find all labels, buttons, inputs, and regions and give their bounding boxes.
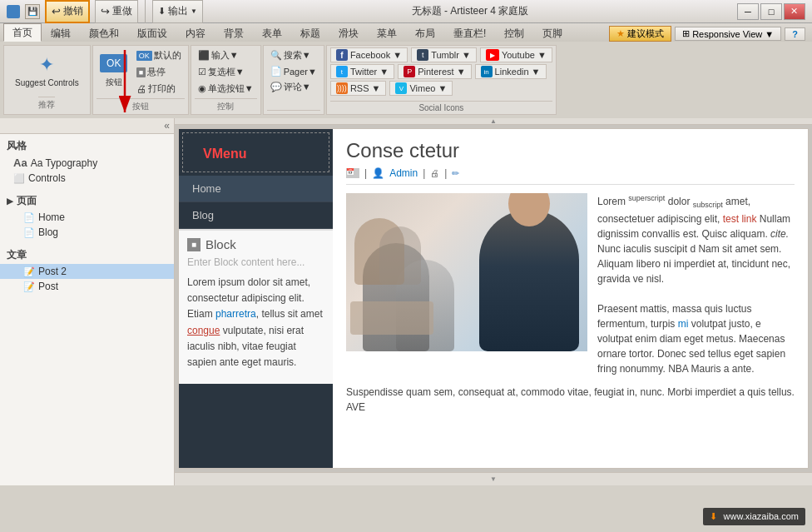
social-icons-group: f Facebook ▼ t Tumblr ▼ ▶ Youtube ▼ t	[326, 45, 557, 115]
tab-footer[interactable]: 页脚	[533, 25, 572, 42]
tab-color[interactable]: 颜色和	[80, 25, 128, 42]
undo-button[interactable]: ↩ 撤销	[45, 0, 90, 23]
article-meta: 📅 | 👤 Admin | 🖨 | ✏	[346, 167, 795, 185]
search-group: 🔍 搜索▼ 📄 Pager▼ 💬 评论▼	[263, 45, 324, 115]
article-content-row: Lorem superscript dolor subscript amet, …	[346, 193, 795, 376]
tab-vertical[interactable]: 垂直栏!	[444, 25, 495, 42]
main-area: « 风格 Aa Aa Typography ⬜ Controls ▶ 页面	[0, 118, 812, 485]
output-button[interactable]: ⬇ 输出 ▼	[152, 0, 203, 23]
tab-menu[interactable]: 菜单	[368, 25, 406, 42]
superscript-text: superscript	[628, 194, 665, 202]
tab-layout2[interactable]: 布局	[406, 25, 444, 42]
facebook-button[interactable]: f Facebook ▼	[330, 47, 408, 62]
posts-section-title: 文章	[0, 246, 174, 264]
twitter-button[interactable]: t Twitter ▼	[330, 64, 394, 79]
redo-button[interactable]: ↪ 重做	[95, 0, 138, 23]
tab-layout[interactable]: 版面设	[128, 25, 176, 42]
responsive-icon: ⊞	[682, 28, 690, 39]
down-scroll-icon: ▼	[490, 475, 497, 483]
print-button[interactable]: 🖨 打印的	[133, 81, 185, 97]
maximize-button[interactable]: □	[760, 3, 782, 20]
mi-link[interactable]: mi	[678, 318, 689, 330]
youtube-icon: ▶	[486, 49, 499, 61]
vmenu-header-area: VMenu	[182, 132, 329, 172]
block-pharma-link[interactable]: pharretra	[215, 308, 256, 320]
search-button[interactable]: 🔍 搜索▼	[267, 47, 320, 63]
pager-button[interactable]: 📄 Pager▼	[267, 64, 320, 78]
subscript-text: subscript	[693, 201, 723, 209]
tab-content[interactable]: 内容	[176, 25, 215, 42]
input-button[interactable]: ⬛ 输入▼	[195, 47, 257, 63]
website-preview: VMenu Home Blog ■	[178, 128, 809, 469]
rss-icon: ))))	[336, 82, 348, 94]
top-scroll[interactable]: ▲	[175, 118, 812, 125]
home-page-item[interactable]: 📄 Home	[0, 210, 174, 225]
controls-icon: ⬜	[13, 173, 25, 184]
comment-button[interactable]: 💬 评论▼	[267, 79, 320, 95]
ok-small-button[interactable]: OK 默认的	[133, 47, 185, 63]
tab-slider[interactable]: 滑块	[329, 25, 368, 42]
vmenu-area: VMenu Home Blog ■	[179, 129, 333, 468]
blog-page-item[interactable]: 📄 Blog	[0, 225, 174, 240]
suggest-mode-button[interactable]: ★ 建议模式	[609, 26, 671, 42]
suggest-controls-button[interactable]: ✦ Suggest Controls	[11, 49, 83, 90]
responsive-view-button[interactable]: ⊞ Responsive View ▼	[675, 27, 781, 41]
article-text: Lorem superscript dolor subscript amet, …	[597, 193, 795, 376]
bottom-scroll[interactable]: ▼	[175, 472, 812, 485]
default-btn-icon: ■	[136, 67, 146, 77]
tab-homepage[interactable]: 首页	[3, 23, 42, 42]
window-controls: ─ □ ✕	[737, 3, 805, 20]
article-paragraph2: Suspendisse quam sem, consequat at, comm…	[346, 385, 795, 415]
watermark-icon: ⬇	[710, 511, 717, 521]
checkbox-button[interactable]: ☑ 复选框▼	[195, 64, 257, 80]
rss-button[interactable]: )))) RSS ▼	[330, 81, 387, 96]
tab-title[interactable]: 标题	[291, 25, 329, 42]
suggest-icon: ✦	[39, 54, 54, 76]
radio-button[interactable]: ◉ 单选按钮▼	[195, 81, 257, 97]
collapse-button[interactable]: «	[161, 120, 172, 132]
typography-item[interactable]: Aa Aa Typography	[0, 155, 174, 171]
block-icon: ■	[187, 238, 201, 251]
default-btn-button[interactable]: ■ 悬停	[133, 64, 185, 80]
block-congue-link[interactable]: congue	[187, 325, 220, 336]
vimeo-button[interactable]: V Vimeo ▼	[389, 81, 453, 96]
linkedin-button[interactable]: in Linkedin ▼	[475, 64, 547, 79]
vmenu-home[interactable]: Home	[179, 176, 333, 202]
buttons-group: OK 按钮 OK 默认的 ■ 悬停 🖨 打印的	[92, 45, 189, 115]
test-link[interactable]: test link	[723, 213, 757, 225]
printer-icon: 🖨	[430, 168, 439, 178]
close-button[interactable]: ✕	[784, 3, 805, 20]
post-item[interactable]: 📝 Post	[0, 279, 174, 294]
typography-icon: Aa	[13, 157, 27, 169]
tab-form[interactable]: 表单	[253, 25, 291, 42]
help-button[interactable]: ?	[785, 27, 805, 41]
pages-section: ▶ 页面 📄 Home 📄 Blog	[0, 192, 174, 240]
minimize-button[interactable]: ─	[737, 3, 759, 20]
block-area: ■ Block Enter Block content here... Lore…	[179, 229, 333, 384]
youtube-button[interactable]: ▶ Youtube ▼	[480, 47, 552, 62]
preview-layout: VMenu Home Blog ■	[179, 129, 808, 468]
tab-background[interactable]: 背景	[215, 25, 253, 42]
tab-control[interactable]: 控制	[495, 25, 533, 42]
tumblr-button[interactable]: t Tumblr ▼	[411, 47, 477, 62]
input-group: ⬛ 输入▼ ☑ 复选框▼ ◉ 单选按钮▼ 控制	[191, 45, 261, 115]
article-area: Conse ctetur 📅 | 👤 Admin | 🖨 |	[333, 129, 808, 468]
expand-icon: ▶	[7, 196, 13, 206]
tab-edit[interactable]: 编辑	[42, 25, 80, 42]
post-icon: 📝	[23, 281, 35, 292]
quick-access-icons: 💾	[25, 4, 40, 19]
vmenu-blog[interactable]: Blog	[179, 202, 333, 229]
author-link[interactable]: Admin	[389, 167, 418, 179]
ok-large-button[interactable]: OK 按钮	[97, 47, 131, 91]
ok-icon: OK	[100, 54, 127, 72]
checkbox-icon: ☑	[198, 67, 206, 77]
block-paragraph: Lorem ipsum dolor sit amet, consectetur …	[187, 275, 324, 370]
cite-text: cite.	[770, 228, 789, 240]
redo-icon: ↪	[101, 5, 110, 17]
controls-item[interactable]: ⬜ Controls	[0, 171, 174, 186]
style-section: 风格 Aa Aa Typography ⬜ Controls	[0, 137, 174, 186]
pinterest-button[interactable]: P Pinterest ▼	[398, 64, 471, 79]
save-icon[interactable]: 💾	[25, 4, 40, 19]
post2-item[interactable]: 📝 Post 2	[0, 264, 174, 279]
panel-header: «	[0, 118, 174, 134]
